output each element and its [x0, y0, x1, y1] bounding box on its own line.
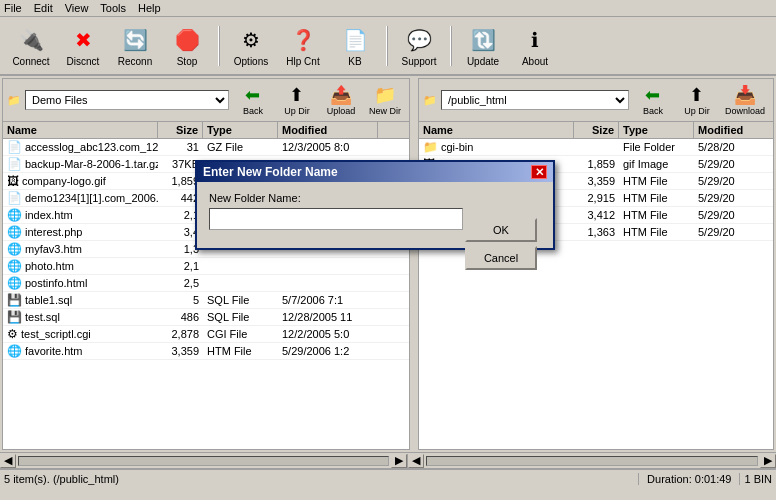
dialog-title-text: Enter New Folder Name [203, 165, 338, 179]
disconnect-button[interactable]: ✖ Discnct [58, 21, 108, 70]
kb-button[interactable]: 📄 KB [330, 21, 380, 70]
table-row[interactable]: 📁cgi-bin File Folder 5/28/20 [419, 139, 773, 156]
left-back-icon: ⬅ [245, 84, 260, 106]
update-button[interactable]: 🔃 Update [458, 21, 508, 70]
right-scroll-right[interactable]: ▶ [760, 454, 776, 468]
right-download-button[interactable]: 📥 Download [721, 82, 769, 118]
status-left-text: 5 item(s). (/public_html) [0, 473, 639, 485]
menu-help[interactable]: Help [138, 2, 161, 14]
left-col-type[interactable]: Type [203, 122, 278, 138]
dialog-body: New Folder Name: OK Cancel [197, 182, 553, 248]
about-button[interactable]: ℹ About [510, 21, 560, 70]
file-icon: ⚙ [7, 327, 18, 341]
menu-view[interactable]: View [65, 2, 89, 14]
file-icon: 🌐 [7, 225, 22, 239]
file-icon: 🌐 [7, 344, 22, 358]
right-back-icon: ⬅ [645, 84, 660, 106]
left-scroll-left[interactable]: ◀ [0, 454, 16, 468]
left-back-button[interactable]: ⬅ Back [233, 82, 273, 118]
left-panel-toolbar: 📁 Demo Files ⬅ Back ⬆ Up Dir 📤 Upload 📁 … [3, 79, 409, 122]
file-icon: 🌐 [7, 276, 22, 290]
left-upload-icon: 📤 [330, 84, 352, 106]
options-button[interactable]: ⚙ Options [226, 21, 276, 70]
reconnect-button[interactable]: 🔄 Reconn [110, 21, 160, 70]
left-file-list-header: Name Size Type Modified [3, 122, 409, 139]
dialog-title-bar: Enter New Folder Name ✕ [197, 162, 553, 182]
table-row[interactable]: 🌐postinfo.html 2,5 [3, 275, 409, 292]
hlp-cnt-button[interactable]: ❓ Hlp Cnt [278, 21, 328, 70]
left-col-modified[interactable]: Modified [278, 122, 378, 138]
left-folder-icon: 📁 [7, 94, 21, 107]
table-row[interactable]: 💾table1.sql 5 SQL File 5/7/2006 7:1 [3, 292, 409, 309]
right-path-select[interactable]: /public_html [441, 90, 629, 110]
left-newdir-icon: 📁 [374, 84, 396, 106]
reconnect-icon: 🔄 [119, 24, 151, 56]
right-updir-button[interactable]: ⬆ Up Dir [677, 82, 717, 118]
table-row[interactable]: 💾test.sql 486 SQL File 12/28/2005 11 [3, 309, 409, 326]
right-col-name[interactable]: Name [419, 122, 574, 138]
toolbar: 🔌 Connect ✖ Discnct 🔄 Reconn 🛑 Stop ⚙ Op… [0, 17, 776, 76]
left-newdir-button[interactable]: 📁 New Dir [365, 82, 405, 118]
new-folder-dialog: Enter New Folder Name ✕ New Folder Name:… [195, 160, 555, 250]
table-row[interactable]: 🌐favorite.htm 3,359 HTM File 5/29/2006 1… [3, 343, 409, 360]
left-updir-icon: ⬆ [289, 84, 304, 106]
menubar: File Edit View Tools Help [0, 0, 776, 17]
dialog-cancel-button[interactable]: Cancel [465, 246, 537, 270]
left-col-name[interactable]: Name [3, 122, 158, 138]
left-updir-button[interactable]: ⬆ Up Dir [277, 82, 317, 118]
folder-name-input[interactable] [209, 208, 463, 230]
connect-icon: 🔌 [15, 24, 47, 56]
file-icon: 🖼 [7, 174, 19, 188]
right-col-modified[interactable]: Modified [694, 122, 773, 138]
stop-button[interactable]: 🛑 Stop [162, 21, 212, 70]
hlp-cnt-icon: ❓ [287, 24, 319, 56]
left-upload-button[interactable]: 📤 Upload [321, 82, 361, 118]
separator-1 [218, 26, 220, 66]
left-path-select[interactable]: Demo Files [25, 90, 229, 110]
main-area: 📁 Demo Files ⬅ Back ⬆ Up Dir 📤 Upload 📁 … [0, 76, 776, 452]
menu-edit[interactable]: Edit [34, 2, 53, 14]
dialog-label: New Folder Name: [209, 192, 463, 204]
file-icon: 📁 [423, 140, 438, 154]
table-row[interactable]: 🌐photo.htm 2,1 [3, 258, 409, 275]
separator-2 [386, 26, 388, 66]
file-icon: 💾 [7, 293, 22, 307]
horizontal-scrollbar[interactable]: ◀ ▶ ◀ ▶ [0, 452, 776, 468]
left-scroll-right[interactable]: ▶ [391, 454, 407, 468]
right-scroll-left[interactable]: ◀ [408, 454, 424, 468]
separator-3 [450, 26, 452, 66]
file-icon: 🌐 [7, 242, 22, 256]
connect-button[interactable]: 🔌 Connect [6, 21, 56, 70]
dialog-close-button[interactable]: ✕ [531, 165, 547, 179]
file-icon: 📄 [7, 157, 22, 171]
right-col-size[interactable]: Size [574, 122, 619, 138]
left-panel: 📁 Demo Files ⬅ Back ⬆ Up Dir 📤 Upload 📁 … [2, 78, 410, 450]
statusbar: 5 item(s). (/public_html) Duration: 0:01… [0, 468, 776, 488]
support-button[interactable]: 💬 Support [394, 21, 444, 70]
file-icon: 📄 [7, 140, 22, 154]
dialog-ok-button[interactable]: OK [465, 218, 537, 242]
table-row[interactable]: ⚙test_scriptl.cgi 2,878 CGI File 12/2/20… [3, 326, 409, 343]
left-col-size[interactable]: Size [158, 122, 203, 138]
left-hscrollbar-track[interactable] [18, 456, 389, 466]
right-col-type[interactable]: Type [619, 122, 694, 138]
menu-tools[interactable]: Tools [100, 2, 126, 14]
kb-icon: 📄 [339, 24, 371, 56]
file-icon: 📄 [7, 191, 22, 205]
stop-icon: 🛑 [171, 24, 203, 56]
disconnect-icon: ✖ [67, 24, 99, 56]
table-row[interactable]: 📄accesslog_abc123.com_12_3... 31 GZ File… [3, 139, 409, 156]
right-hscrollbar-track[interactable] [426, 456, 758, 466]
menu-file[interactable]: File [4, 2, 22, 14]
right-download-icon: 📥 [734, 84, 756, 106]
panel-divider[interactable] [412, 76, 416, 452]
file-icon: 🌐 [7, 208, 22, 222]
right-updir-icon: ⬆ [689, 84, 704, 106]
right-panel-toolbar: 📁 /public_html ⬅ Back ⬆ Up Dir 📥 Downloa… [419, 79, 773, 122]
status-bin: 1 BIN [740, 473, 776, 485]
support-icon: 💬 [403, 24, 435, 56]
dialog-buttons: OK Cancel [465, 218, 537, 270]
file-icon: 💾 [7, 310, 22, 324]
status-duration: Duration: 0:01:49 [639, 473, 740, 485]
right-back-button[interactable]: ⬅ Back [633, 82, 673, 118]
